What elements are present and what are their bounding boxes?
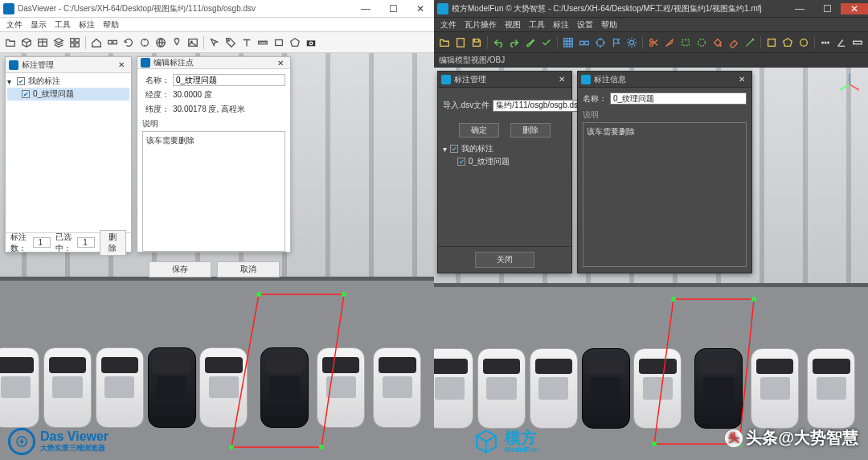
save-icon[interactable] bbox=[469, 35, 484, 50]
image-icon[interactable] bbox=[186, 35, 200, 50]
rotate-icon[interactable] bbox=[137, 35, 152, 50]
minimize-button[interactable]: — bbox=[786, 3, 813, 14]
delete-button[interactable]: 删除 bbox=[100, 230, 126, 256]
flag-icon[interactable] bbox=[609, 35, 624, 50]
globe-icon[interactable] bbox=[154, 35, 168, 50]
close-button[interactable]: ✕ bbox=[407, 3, 434, 14]
rect-select-icon[interactable] bbox=[678, 35, 693, 50]
menu-display[interactable]: 显示 bbox=[31, 19, 47, 31]
scissors-icon[interactable] bbox=[646, 35, 661, 50]
name-input[interactable] bbox=[173, 74, 285, 86]
close-button[interactable]: 关闭 bbox=[475, 252, 534, 268]
more-icon[interactable] bbox=[818, 35, 833, 50]
panel-title: 标注管理 bbox=[454, 74, 555, 85]
panel-header[interactable]: 标注信息 ✕ bbox=[578, 72, 751, 88]
circle-select-icon[interactable] bbox=[694, 35, 709, 50]
menubar: 文件 瓦片操作 视图 工具 标注 设置 帮助 bbox=[434, 18, 868, 32]
desc-textarea[interactable]: 该车需要删除 bbox=[583, 122, 747, 267]
ruler-icon[interactable] bbox=[850, 35, 865, 50]
watermark: 头 头条@大势智慧 bbox=[725, 427, 858, 449]
tree-root[interactable]: ▾✔我的标注 bbox=[443, 142, 567, 155]
cube-icon[interactable] bbox=[19, 35, 34, 50]
delete-button[interactable]: 删除 bbox=[510, 123, 551, 138]
menu-tile[interactable]: 瓦片操作 bbox=[465, 19, 497, 31]
minimize-button[interactable]: — bbox=[352, 3, 379, 14]
undo-icon[interactable] bbox=[491, 35, 506, 50]
layers-icon[interactable] bbox=[577, 35, 592, 50]
redo-icon[interactable] bbox=[507, 35, 522, 50]
titlebar[interactable]: DasViewer - C:/Users/XH-64/Desktop/视图集约/… bbox=[0, 0, 434, 18]
grid-icon[interactable] bbox=[561, 35, 575, 50]
brush-icon[interactable] bbox=[523, 35, 538, 50]
refresh-icon[interactable] bbox=[121, 35, 136, 50]
angle-icon[interactable] bbox=[834, 35, 849, 50]
panel-header[interactable]: 标注管理 ✕ bbox=[6, 57, 131, 73]
confirm-button[interactable]: 确定 bbox=[459, 123, 499, 138]
titlebar[interactable]: 模方ModelFun © 大势智慧 - C:/Users/XH-64/Deskt… bbox=[434, 0, 868, 18]
annotation-manager-panel[interactable]: 标注管理 ✕ ▾✔我的标注 ✔0_纹理问题 标注数： 1 已选中： 1 删除 bbox=[5, 56, 132, 253]
close-button[interactable]: ✕ bbox=[841, 3, 868, 14]
svg-point-28 bbox=[650, 43, 653, 46]
cubes-icon[interactable] bbox=[105, 35, 120, 50]
pointer-icon[interactable] bbox=[207, 35, 222, 50]
eraser-icon[interactable] bbox=[727, 35, 741, 50]
select-circ-icon[interactable] bbox=[796, 35, 811, 50]
polygon-icon[interactable] bbox=[288, 35, 302, 50]
toolbar-separator bbox=[557, 36, 558, 49]
gear-icon[interactable] bbox=[624, 35, 639, 50]
annotation-tree[interactable]: ▾✔我的标注 ✔0_纹理问题 bbox=[443, 142, 567, 168]
logo-subtitle: ModelFun bbox=[505, 446, 539, 454]
annotation-manager-panel[interactable]: 标注管理 ✕ 导入.dsv文件 浏览 确定 删除 ▾✔我的标注 ✔0_纹理问题 … bbox=[437, 71, 572, 273]
wand-icon[interactable] bbox=[743, 35, 757, 50]
select-poly-icon[interactable] bbox=[780, 35, 795, 50]
target-icon[interactable] bbox=[593, 35, 608, 50]
tree-item[interactable]: ✔0_纹理问题 bbox=[443, 155, 567, 168]
table-icon[interactable] bbox=[35, 35, 50, 50]
menu-help[interactable]: 帮助 bbox=[103, 19, 119, 31]
menu-file[interactable]: 文件 bbox=[440, 19, 457, 31]
tree-item[interactable]: ✔0_纹理问题 bbox=[7, 88, 129, 101]
close-icon[interactable]: ✕ bbox=[274, 59, 287, 68]
text-icon[interactable] bbox=[240, 35, 254, 50]
ruler-icon[interactable] bbox=[256, 35, 270, 50]
check-icon[interactable] bbox=[539, 35, 554, 50]
menu-tools[interactable]: 工具 bbox=[529, 19, 545, 31]
menu-help[interactable]: 帮助 bbox=[601, 19, 617, 31]
open-icon[interactable] bbox=[437, 35, 452, 50]
menu-view[interactable]: 视图 bbox=[505, 19, 521, 31]
tag-icon[interactable] bbox=[223, 35, 238, 50]
maximize-button[interactable]: ☐ bbox=[379, 3, 407, 14]
grid-icon[interactable] bbox=[68, 35, 82, 50]
pin-icon[interactable] bbox=[170, 35, 184, 50]
knife-icon[interactable] bbox=[662, 35, 677, 50]
panel-header[interactable]: 标注管理 ✕ bbox=[438, 72, 571, 88]
maximize-button[interactable]: ☐ bbox=[813, 3, 841, 14]
tree-root[interactable]: ▾✔我的标注 bbox=[7, 75, 129, 88]
rect-icon[interactable] bbox=[272, 35, 286, 50]
annotation-tree[interactable]: ▾✔我的标注 ✔0_纹理问题 bbox=[6, 73, 131, 232]
menu-annot[interactable]: 标注 bbox=[79, 19, 95, 31]
menu-file[interactable]: 文件 bbox=[6, 19, 23, 31]
close-icon[interactable]: ✕ bbox=[115, 60, 128, 69]
close-icon[interactable]: ✕ bbox=[555, 75, 568, 84]
view-gizmo[interactable] bbox=[836, 71, 863, 98]
annotation-info-panel[interactable]: 标注信息 ✕ 名称： 说明 该车需要删除 bbox=[577, 71, 752, 273]
menu-annot[interactable]: 标注 bbox=[553, 19, 569, 31]
close-icon[interactable]: ✕ bbox=[735, 75, 748, 84]
panel-header[interactable]: 编辑标注点 ✕ bbox=[137, 57, 290, 69]
edit-annotation-panel[interactable]: 编辑标注点 ✕ 名称： 经度：30.0000 度 纬度：30.00178 度, … bbox=[137, 56, 291, 253]
cancel-button[interactable]: 取消 bbox=[217, 261, 280, 277]
open-icon[interactable] bbox=[3, 35, 18, 50]
new-icon[interactable] bbox=[453, 35, 468, 50]
fill-icon[interactable] bbox=[710, 35, 725, 50]
save-button[interactable]: 保存 bbox=[149, 261, 211, 277]
select-rect-icon[interactable] bbox=[764, 35, 779, 50]
menu-tools[interactable]: 工具 bbox=[55, 19, 71, 31]
tab-edit-obj[interactable]: 编辑模型视图/OBJ bbox=[439, 55, 505, 66]
home-icon[interactable] bbox=[89, 35, 104, 50]
menu-settings[interactable]: 设置 bbox=[577, 19, 593, 31]
desc-textarea[interactable]: 该车需要删除 bbox=[142, 131, 285, 252]
camera-icon[interactable] bbox=[304, 35, 318, 50]
name-input[interactable] bbox=[610, 92, 747, 105]
layers-icon[interactable] bbox=[51, 35, 66, 50]
